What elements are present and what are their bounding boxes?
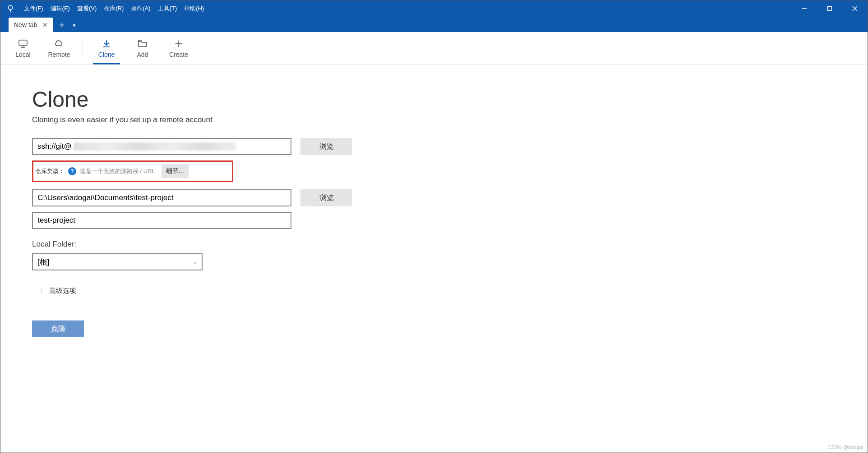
- menu-view[interactable]: 查看(V): [74, 0, 100, 16]
- titlebar: 文件(F) 编辑(E) 查看(V) 仓库(R) 操作(A) 工具(T) 帮助(H…: [0, 0, 868, 16]
- details-button[interactable]: 细节...: [162, 165, 189, 178]
- minimize-button[interactable]: [792, 0, 817, 16]
- browse-destination-button[interactable]: 浏览: [300, 189, 352, 206]
- repo-type-label: 仓库类型：: [35, 167, 65, 175]
- plus-icon: [173, 38, 184, 49]
- menu-edit[interactable]: 编辑(E): [47, 0, 74, 16]
- repo-type-message: 这是一个无效的源路径 / URL: [80, 167, 155, 175]
- watermark: CSDN @adogai: [828, 444, 863, 450]
- maximize-button[interactable]: [817, 0, 842, 16]
- toolbar: Local Remote Clone Add Create: [0, 32, 868, 64]
- toolbar-local[interactable]: Local: [5, 32, 41, 64]
- tab-close-icon[interactable]: ✕: [42, 21, 48, 28]
- clone-button[interactable]: 克隆: [32, 320, 84, 337]
- toolbar-clone-label: Clone: [98, 51, 115, 58]
- repo-type-validation: 仓库类型： ? 这是一个无效的源路径 / URL 细节...: [32, 160, 233, 182]
- toolbar-add-label: Add: [137, 51, 148, 58]
- menu-help[interactable]: 帮助(H): [180, 0, 208, 16]
- tab-new[interactable]: New tab ✕: [9, 18, 53, 32]
- chevron-down-icon: ⌄: [193, 259, 197, 265]
- cloud-icon: [54, 38, 65, 49]
- download-icon: [101, 38, 112, 49]
- menu-tools[interactable]: 工具(T): [154, 0, 181, 16]
- local-folder-label: Local Folder:: [32, 240, 836, 249]
- remote-account-link[interactable]: remote account: [160, 115, 212, 124]
- page-title: Clone: [32, 87, 836, 112]
- toolbar-add[interactable]: Add: [125, 32, 161, 64]
- content: Clone Cloning is even easier if you set …: [0, 64, 868, 359]
- menu-action[interactable]: 操作(A): [127, 0, 154, 16]
- tab-dropdown-button[interactable]: ▼: [69, 18, 79, 32]
- toolbar-clone[interactable]: Clone: [88, 32, 125, 64]
- local-folder-select[interactable]: [根] ⌄: [32, 253, 203, 270]
- folder-open-icon: [137, 38, 148, 49]
- monitor-icon: [18, 38, 28, 49]
- advanced-label: 高级选项: [49, 287, 76, 295]
- name-input[interactable]: [32, 212, 291, 229]
- toolbar-local-label: Local: [15, 51, 30, 58]
- toolbar-create-label: Create: [169, 51, 188, 58]
- toolbar-create[interactable]: Create: [161, 32, 197, 64]
- toolbar-remote-label: Remote: [48, 51, 70, 58]
- toolbar-separator: [83, 37, 83, 59]
- destination-path-input[interactable]: [32, 189, 291, 206]
- menu-repo[interactable]: 仓库(R): [100, 0, 127, 16]
- tabbar: New tab ✕ + ▼: [0, 16, 868, 32]
- source-url-input[interactable]: ssh://git@: [32, 138, 291, 155]
- page-subtitle: Cloning is even easier if you set up a r…: [32, 115, 836, 124]
- svg-rect-3: [828, 6, 832, 10]
- svg-rect-6: [19, 40, 27, 46]
- browse-source-button[interactable]: 浏览: [300, 138, 352, 155]
- advanced-options-toggle[interactable]: 〉 高级选项: [40, 287, 836, 295]
- chevron-right-icon: 〉: [40, 287, 46, 295]
- menu-file[interactable]: 文件(F): [20, 0, 47, 16]
- tab-label: New tab: [14, 21, 37, 28]
- local-folder-value: [根]: [37, 257, 49, 267]
- new-tab-button[interactable]: +: [55, 18, 69, 32]
- toolbar-remote[interactable]: Remote: [41, 32, 77, 64]
- question-icon: ?: [68, 167, 76, 175]
- redacted-text: [74, 142, 236, 151]
- svg-point-0: [9, 5, 13, 9]
- close-button[interactable]: [842, 0, 868, 16]
- app-logo-icon: [6, 4, 15, 13]
